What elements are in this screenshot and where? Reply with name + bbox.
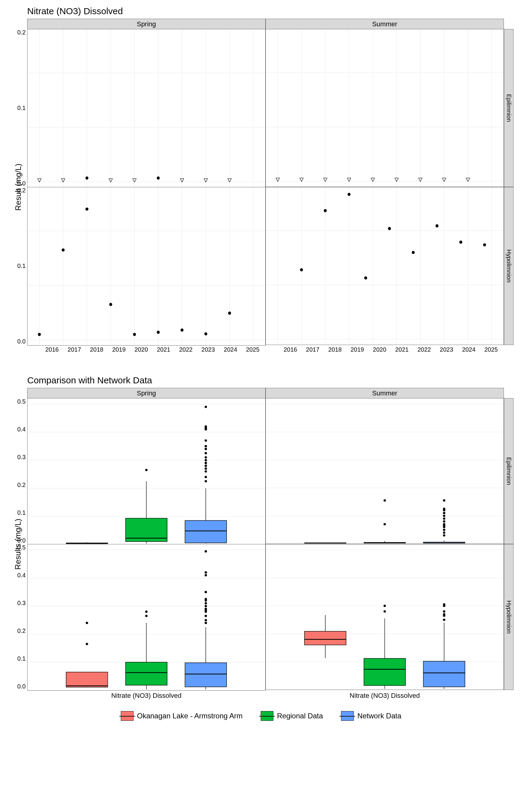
chart2-grid: Spring Summer Results (mg/L) 0.50.40.30.… (9, 388, 513, 702)
svg-rect-154 (126, 662, 167, 685)
svg-point-136 (443, 512, 445, 514)
svg-point-68 (412, 251, 415, 254)
svg-point-198 (443, 613, 445, 615)
svg-point-45 (133, 333, 136, 336)
svg-point-190 (384, 610, 386, 613)
svg-point-66 (364, 277, 367, 280)
svg-point-70 (459, 241, 462, 243)
svg-point-44 (109, 303, 113, 306)
svg-rect-148 (66, 672, 108, 687)
svg-point-43 (85, 207, 88, 210)
svg-point-71 (483, 243, 486, 246)
svg-point-97 (204, 459, 207, 461)
chart2-title: Comparison with Network Data (27, 375, 513, 385)
svg-point-162 (204, 622, 207, 624)
svg-rect-89 (185, 521, 226, 543)
svg-point-95 (204, 465, 207, 467)
legend-key-okanagan (121, 711, 134, 721)
boxpanel-summer-hypo (265, 544, 504, 690)
xcat-spring: Nitrate (NO3) Dissolved (27, 690, 265, 702)
legend-item-network: Network Data (341, 711, 401, 721)
svg-point-167 (204, 608, 207, 610)
svg-point-151 (86, 622, 88, 624)
svg-point-13 (85, 177, 88, 179)
panel-spring-epi (27, 29, 265, 188)
svg-point-129 (443, 529, 445, 531)
svg-point-127 (443, 534, 445, 536)
svg-point-163 (204, 619, 207, 622)
chart2-yaxis: Results (mg/L) (9, 398, 27, 690)
strip-summer: Summer (265, 19, 504, 29)
strip-epi: Epilimnion (504, 29, 514, 187)
legend-key-regional (261, 711, 274, 721)
strip2-hypo: Hypolimnion (504, 544, 514, 690)
legend-item-regional: Regional Data (261, 711, 323, 721)
strip2-summer: Summer (265, 388, 504, 399)
boxpanel-spring-epi (27, 398, 265, 545)
strip2-spring: Spring (27, 388, 265, 399)
svg-point-201 (443, 603, 445, 606)
svg-point-49 (228, 311, 231, 314)
svg-point-48 (204, 332, 207, 335)
boxpanel-spring-hypo (27, 544, 265, 691)
strip-spring: Spring (27, 19, 265, 29)
svg-point-67 (388, 227, 391, 230)
svg-point-164 (204, 615, 207, 617)
panel-summer-epi (265, 29, 504, 187)
svg-point-86 (145, 469, 148, 471)
svg-point-169 (204, 602, 207, 605)
svg-point-94 (204, 467, 207, 470)
svg-rect-194 (423, 661, 465, 687)
svg-point-106 (204, 406, 207, 408)
svg-point-98 (204, 456, 207, 459)
boxpanel-summer-epi (265, 398, 504, 544)
svg-point-173 (204, 574, 207, 576)
svg-point-199 (443, 610, 445, 613)
strip2-epi: Epilimnion (504, 398, 514, 544)
svg-point-91 (204, 480, 207, 483)
chart1-title: Nitrate (NO3) Dissolved (27, 6, 513, 16)
svg-point-63 (300, 268, 303, 271)
svg-point-135 (443, 515, 445, 517)
svg-point-175 (204, 550, 207, 552)
svg-rect-184 (304, 631, 346, 645)
svg-point-128 (443, 531, 445, 534)
legend: Okanagan Lake - Armstrong Arm Regional D… (9, 711, 513, 721)
svg-point-157 (145, 610, 148, 613)
svg-point-171 (204, 598, 207, 600)
svg-point-102 (204, 439, 207, 442)
svg-point-14 (157, 177, 160, 179)
svg-point-168 (204, 605, 207, 607)
svg-point-174 (204, 571, 207, 574)
svg-point-150 (86, 643, 88, 645)
svg-point-101 (204, 445, 207, 447)
svg-point-139 (443, 499, 445, 502)
svg-point-93 (204, 470, 207, 473)
svg-point-132 (443, 523, 445, 525)
svg-point-42 (62, 248, 65, 251)
svg-point-100 (204, 448, 207, 450)
svg-point-64 (324, 209, 327, 212)
svg-point-105 (204, 425, 207, 428)
svg-point-47 (181, 328, 184, 331)
legend-key-network (341, 711, 354, 721)
svg-point-69 (436, 224, 439, 227)
svg-point-99 (204, 452, 207, 454)
svg-point-41 (38, 333, 41, 336)
svg-point-191 (384, 605, 386, 607)
xcat-summer: Nitrate (NO3) Dissolved (265, 690, 504, 702)
svg-point-172 (204, 591, 207, 593)
legend-item-okanagan: Okanagan Lake - Armstrong Arm (121, 711, 243, 721)
svg-rect-160 (185, 663, 226, 687)
panel-spring-hypo (27, 187, 265, 346)
svg-point-121 (384, 523, 386, 525)
svg-point-156 (145, 615, 148, 617)
svg-point-65 (348, 193, 351, 196)
svg-point-134 (443, 517, 445, 520)
svg-rect-188 (364, 658, 406, 686)
panel-summer-hypo (265, 187, 504, 345)
strip-hypo: Hypolimnion (504, 187, 514, 345)
svg-point-92 (204, 476, 207, 478)
svg-point-46 (157, 330, 160, 333)
svg-point-196 (443, 619, 445, 621)
